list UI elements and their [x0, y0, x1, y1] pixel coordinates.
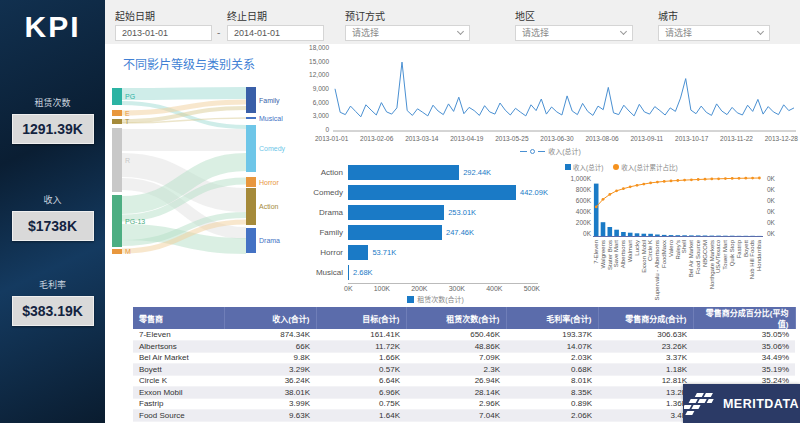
sankey-node-pg-13[interactable]	[112, 195, 122, 247]
sankey-node-drama[interactable]	[246, 228, 256, 253]
pareto-bar[interactable]	[642, 234, 647, 236]
sankey-chart[interactable]: PGETRPG-13MFamilyMusicalComedyHorrorActi…	[110, 80, 310, 270]
table-cell: 7.04K	[406, 410, 506, 422]
pareto-bar[interactable]	[682, 235, 687, 236]
table-header-row: 零售商收入(合计)目标(合计)租赁次数(合计)毛利率(合计)零售商分成(合计)零…	[133, 307, 795, 329]
table-header-cell[interactable]: 零售商	[133, 307, 224, 329]
pareto-legend[interactable]: 收入(总计) 收入(总计累计占比)	[565, 162, 798, 172]
table-cell: 23.26K	[598, 341, 693, 353]
pareto-cumulative-line[interactable]	[596, 178, 759, 207]
end-date-input[interactable]: 2014-01-01	[227, 25, 324, 41]
table-cell: 28.14K	[406, 387, 506, 399]
pareto-bar[interactable]	[662, 235, 667, 236]
bar-musical[interactable]	[348, 265, 349, 280]
bar-drama[interactable]	[348, 205, 444, 220]
filter-bar: 起始日期 2013-01-01 - 终止日期 2014-01-01 预订方式 请…	[105, 0, 800, 44]
table-header-cell[interactable]: 零售商分成(合计)	[598, 307, 693, 329]
pareto-point	[636, 184, 639, 187]
sankey-node-label: Action	[259, 203, 279, 210]
table-header-cell[interactable]: 租赁次数(合计)	[406, 307, 506, 329]
pareto-category-label: Food Source	[695, 240, 702, 300]
bar-legend[interactable]: 租赁次数(合计)	[308, 294, 563, 304]
pareto-bar[interactable]	[614, 230, 619, 236]
chevron-down-icon	[457, 28, 464, 35]
legend-line-icon	[538, 151, 545, 152]
pareto-point	[676, 179, 679, 182]
pareto-bar[interactable]	[703, 236, 708, 237]
pareto-point	[595, 206, 598, 209]
pareto-bar[interactable]	[655, 235, 660, 237]
table-row[interactable]: 7-Eleven874.34K161.41K650.46K193.37K306.…	[133, 329, 795, 341]
sankey-node-musical[interactable]	[246, 117, 256, 119]
sankey-node-comedy[interactable]	[246, 125, 256, 172]
pareto-plot[interactable]	[593, 175, 763, 239]
start-date-input[interactable]: 2013-01-01	[115, 25, 212, 41]
table-cell: 3.99K	[224, 398, 316, 410]
sankey-node-e[interactable]	[112, 110, 122, 116]
sankey-node-r[interactable]	[112, 128, 122, 192]
table-cell: 874.34K	[224, 329, 316, 341]
table-header-cell[interactable]: 目标(合计)	[316, 307, 406, 329]
table-row[interactable]: Albertsons66K11.72K48.86K14.07K23.26K35.…	[133, 341, 795, 353]
pareto-bar[interactable]	[635, 233, 640, 236]
table-header-cell[interactable]: 零售商分成百分比(平均值)	[693, 307, 795, 329]
pareto-bar[interactable]	[601, 222, 606, 236]
table-row[interactable]: Boyett3.29K0.57K2.3K0.68K1.18K35.19%	[133, 364, 795, 376]
table-cell: 3.37K	[598, 352, 693, 364]
table-cell: 2.06K	[506, 410, 598, 422]
table-cell: 66K	[224, 341, 316, 353]
table-cell: 3.29K	[224, 364, 316, 376]
booking-method-select[interactable]: 请选择	[345, 25, 470, 41]
pareto-category-label: 7-Eleven	[593, 240, 600, 300]
bar-horror[interactable]	[348, 245, 368, 260]
bar-row: Drama253.01K	[308, 202, 563, 222]
y-tick-label: 800K	[576, 186, 591, 193]
pareto-category-label: Quik Stop	[729, 240, 736, 300]
chevron-down-icon	[620, 28, 627, 35]
table-row[interactable]: Bel Air Market9.8K1.66K7.09K2.03K3.37K34…	[133, 352, 795, 364]
pareto-bar[interactable]	[648, 234, 653, 236]
category-bar-chart: Action292.44KComedy442.09KDrama253.01KFa…	[308, 162, 563, 302]
metric-rental-count: 租赁次数 1291.39K	[0, 96, 105, 144]
sankey-node-family[interactable]	[246, 87, 256, 113]
revenue-line-plot[interactable]	[333, 48, 796, 134]
sankey-link[interactable]	[122, 93, 246, 94]
bar-x-axis: 0K100K200K300K400K500K	[344, 285, 540, 292]
bar-action[interactable]	[348, 165, 459, 180]
x-tick-label: 2013-04-19	[450, 135, 483, 142]
y-tick-label: 0K	[583, 230, 591, 237]
city-select[interactable]: 请选择	[658, 25, 770, 41]
line-legend[interactable]: 收入(总计)	[303, 146, 798, 156]
region-select[interactable]: 请选择	[515, 25, 633, 41]
pareto-bar[interactable]	[594, 184, 599, 236]
sankey-node-t[interactable]	[112, 119, 122, 124]
bar-category-label: Horror	[308, 248, 348, 257]
table-header-cell[interactable]: 毛利率(合计)	[506, 307, 598, 329]
pareto-bar[interactable]	[628, 233, 633, 236]
x-tick-label: 2013-02-06	[360, 135, 393, 142]
table-header-cell[interactable]: 收入(合计)	[224, 307, 316, 329]
x-tick-label: 500K	[524, 285, 540, 292]
pareto-bar[interactable]	[669, 235, 674, 236]
table-cell: Fastrip	[133, 398, 224, 410]
pareto-bar[interactable]	[608, 227, 613, 236]
pareto-bar[interactable]	[676, 235, 681, 236]
sankey-node-action[interactable]	[246, 188, 256, 225]
metric-gross-margin: 毛利率 $383.19K	[0, 278, 105, 326]
sankey-node-horror[interactable]	[246, 177, 256, 187]
table-cell: Food Source	[133, 410, 224, 422]
pareto-bar[interactable]	[621, 232, 626, 236]
bar-track: 53.71K	[348, 245, 563, 260]
legend-label: 租赁次数(合计)	[417, 294, 464, 304]
bar-family[interactable]	[348, 225, 442, 240]
sankey-node-m[interactable]	[112, 249, 122, 254]
bar-comedy[interactable]	[348, 185, 516, 200]
table-cell: 6.96K	[316, 387, 406, 399]
table-cell: Exxon Mobil	[133, 387, 224, 399]
sankey-node-pg[interactable]	[112, 88, 122, 105]
bar-value-label: 253.01K	[448, 208, 476, 217]
pareto-bar[interactable]	[689, 235, 694, 236]
revenue-series[interactable]	[335, 62, 794, 117]
metric-value-box: $1738K	[12, 211, 94, 241]
pareto-bar[interactable]	[696, 235, 701, 236]
